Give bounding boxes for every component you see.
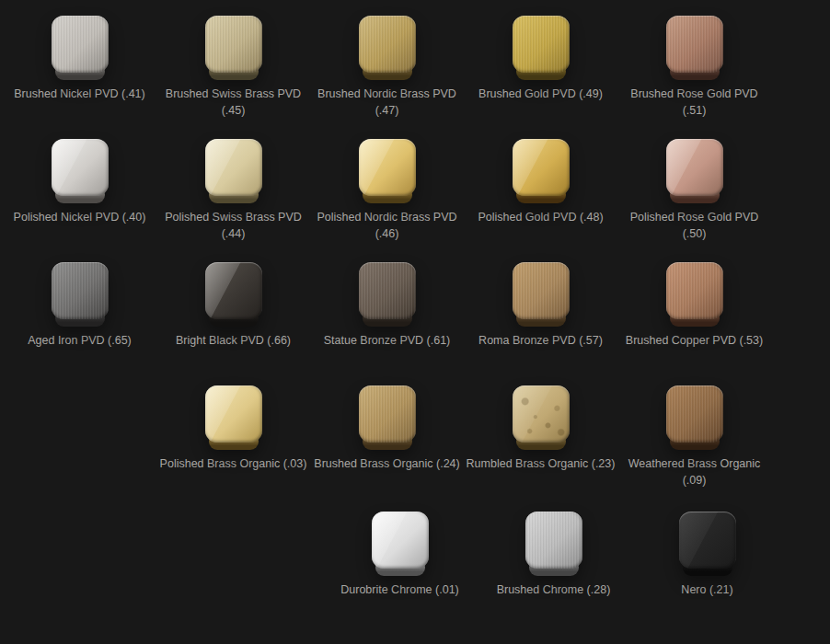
swatch-face	[513, 385, 570, 443]
finish-option[interactable]: Brushed Copper PVD (.53)	[617, 262, 771, 366]
finish-row: Polished Brass Organic (.03) Brushed Bra…	[156, 385, 830, 489]
finish-swatch	[372, 512, 429, 576]
finish-swatch	[52, 139, 109, 203]
finish-option[interactable]: Brushed Nordic Brass PVD (.47)	[310, 16, 464, 120]
swatch-face	[679, 512, 736, 569]
finish-swatch	[205, 262, 262, 327]
finish-swatch	[513, 385, 570, 450]
finish-swatch	[513, 139, 570, 203]
finish-label: Polished Swiss Brass PVD (.44)	[157, 209, 310, 242]
finish-option[interactable]: Nero (.21)	[630, 512, 784, 615]
finish-swatch	[359, 262, 416, 327]
finish-option[interactable]: Brushed Rose Gold PVD (.51)	[617, 16, 771, 120]
finish-option[interactable]: Brushed Chrome (.28)	[477, 512, 630, 615]
finish-option[interactable]: Polished Gold PVD (.48)	[464, 139, 617, 243]
swatch-face	[359, 139, 416, 196]
finish-row: Polished Nickel PVD (.40) Polished Swiss…	[3, 139, 830, 243]
finish-swatch	[666, 139, 723, 203]
finish-option[interactable]: Brushed Swiss Brass PVD (.45)	[156, 16, 310, 120]
swatch-face	[205, 262, 262, 319]
finish-option[interactable]: Brushed Brass Organic (.24)	[310, 385, 464, 489]
swatch-face	[372, 512, 429, 569]
swatch-face	[205, 385, 262, 443]
finish-option[interactable]: Polished Brass Organic (.03)	[156, 385, 310, 489]
finish-row: Aged Iron PVD (.65) Bright Black PVD (.6…	[3, 262, 830, 366]
finish-label: Polished Brass Organic (.03)	[160, 455, 307, 472]
finish-option[interactable]: Statue Bronze PVD (.61)	[310, 262, 464, 366]
finish-swatch	[359, 385, 416, 450]
swatch-face	[513, 16, 570, 73]
finish-swatch	[205, 385, 262, 450]
swatch-face	[666, 16, 723, 73]
finish-label: Brushed Swiss Brass PVD (.45)	[157, 86, 310, 119]
finish-swatch	[513, 16, 570, 80]
finish-swatch	[359, 139, 416, 203]
finish-swatch	[666, 385, 723, 450]
finish-row: Durobrite Chrome (.01) Brushed Chrome (.…	[323, 512, 830, 615]
finish-label: Polished Nordic Brass PVD (.46)	[311, 209, 464, 242]
finish-label: Statue Bronze PVD (.61)	[324, 332, 451, 349]
swatch-face	[52, 139, 109, 196]
finish-option[interactable]: Durobrite Chrome (.01)	[323, 512, 477, 615]
finish-option[interactable]: Polished Rose Gold PVD (.50)	[617, 139, 771, 243]
finish-option[interactable]: Roma Bronze PVD (.57)	[464, 262, 617, 366]
swatch-face	[359, 385, 416, 443]
finish-label: Bright Black PVD (.66)	[176, 332, 291, 349]
finish-swatch	[52, 16, 109, 80]
finish-label: Brushed Nordic Brass PVD (.47)	[311, 86, 464, 119]
finish-swatch	[205, 16, 262, 80]
swatch-face	[205, 139, 262, 196]
finish-swatch	[513, 262, 570, 327]
finish-label: Durobrite Chrome (.01)	[340, 581, 459, 598]
finish-option[interactable]: Aged Iron PVD (.65)	[3, 262, 156, 366]
finish-label: Brushed Copper PVD (.53)	[626, 332, 763, 349]
finish-option[interactable]: Bright Black PVD (.66)	[156, 262, 310, 366]
finish-swatch	[205, 139, 262, 203]
finish-label: Polished Rose Gold PVD (.50)	[618, 209, 771, 242]
swatch-face	[513, 262, 570, 319]
finish-option[interactable]: Polished Nordic Brass PVD (.46)	[310, 139, 464, 243]
finish-swatch	[679, 512, 736, 576]
finish-label: Rumbled Brass Organic (.23)	[467, 455, 616, 472]
swatch-face	[52, 16, 109, 73]
swatch-face	[359, 16, 416, 73]
swatch-face	[666, 262, 723, 319]
finish-option[interactable]: Rumbled Brass Organic (.23)	[464, 385, 617, 489]
finish-option[interactable]: Polished Nickel PVD (.40)	[3, 139, 156, 243]
finish-label: Nero (.21)	[681, 581, 732, 598]
finish-swatch	[525, 512, 582, 576]
finish-label: Brushed Chrome (.28)	[497, 581, 611, 598]
finish-label: Polished Nickel PVD (.40)	[14, 209, 146, 225]
swatch-face	[205, 16, 262, 73]
swatch-face	[666, 385, 723, 443]
finish-label: Brushed Rose Gold PVD (.51)	[618, 86, 771, 119]
swatch-face	[359, 262, 416, 319]
finish-option[interactable]: Polished Swiss Brass PVD (.44)	[156, 139, 310, 243]
finish-label: Aged Iron PVD (.65)	[28, 332, 132, 349]
swatch-face	[52, 262, 109, 319]
finish-swatch	[359, 16, 416, 80]
finish-option[interactable]: Brushed Nickel PVD (.41)	[3, 16, 156, 120]
swatch-face	[666, 139, 723, 196]
finish-label: Polished Gold PVD (.48)	[478, 209, 603, 225]
finish-label: Brushed Gold PVD (.49)	[478, 86, 603, 102]
finish-swatch	[666, 16, 723, 80]
swatch-face	[525, 512, 582, 569]
finish-option[interactable]: Brushed Gold PVD (.49)	[464, 16, 617, 120]
finish-label: Brushed Brass Organic (.24)	[314, 455, 459, 472]
finish-label: Brushed Nickel PVD (.41)	[14, 86, 144, 102]
finish-swatch	[666, 262, 723, 327]
finish-row: Brushed Nickel PVD (.41) Brushed Swiss B…	[3, 16, 830, 120]
finish-label: Weathered Brass Organic (.09)	[618, 455, 771, 489]
swatch-face	[513, 139, 570, 196]
finish-swatch	[52, 262, 109, 327]
finish-option[interactable]: Weathered Brass Organic (.09)	[617, 385, 771, 489]
finish-label: Roma Bronze PVD (.57)	[478, 332, 603, 349]
finish-grid: Brushed Nickel PVD (.41) Brushed Swiss B…	[0, 0, 830, 615]
